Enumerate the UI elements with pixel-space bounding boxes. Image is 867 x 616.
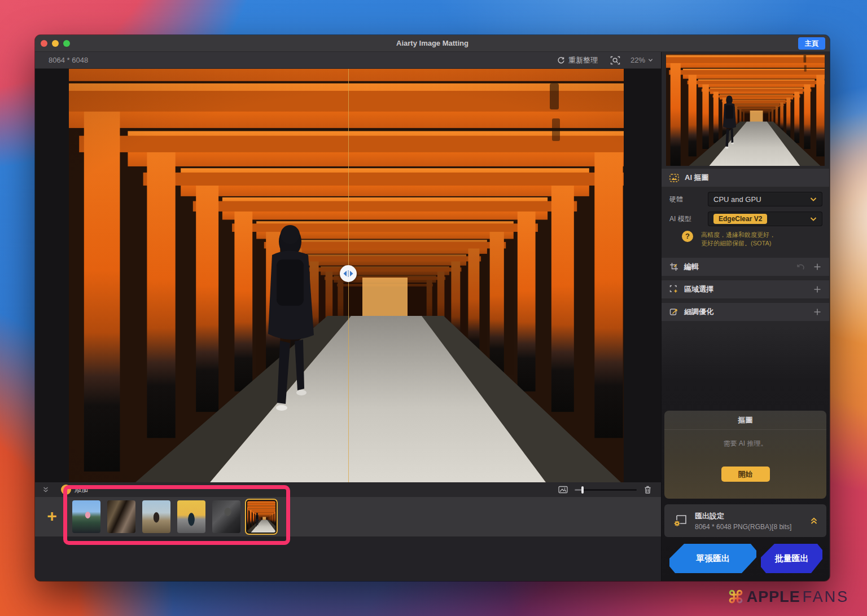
watermark-brand-light: FANS xyxy=(802,588,849,606)
editor-main: 8064 * 6048 重新整理 xyxy=(35,52,662,581)
region-select-icon xyxy=(669,285,678,294)
expand-plus-icon[interactable] xyxy=(813,263,821,271)
expand-plus-icon[interactable] xyxy=(813,285,821,293)
export-batch-button[interactable]: 批量匯出 xyxy=(761,544,822,573)
filmstrip-footer xyxy=(35,536,661,581)
zoom-tool-icon[interactable] xyxy=(610,56,620,65)
section-region-select[interactable]: 區域選擇 xyxy=(662,280,829,298)
filmstrip-header: + 添加 xyxy=(35,482,661,497)
section-ai-matting[interactable]: AI 摳圖 xyxy=(662,169,829,187)
refresh-label: 重新整理 xyxy=(568,55,598,65)
thumbnail-photo-lake[interactable] xyxy=(72,500,100,533)
app-window: Aiarty Image Matting 主頁 8064 * 6048 xyxy=(35,35,830,581)
export-settings-title: 匯出設定 xyxy=(695,511,791,521)
compare-divider-handle[interactable] xyxy=(340,265,357,282)
hardware-select[interactable]: CPU and GPU xyxy=(708,192,822,206)
trash-icon[interactable] xyxy=(643,485,652,494)
export-settings-icon xyxy=(672,513,688,528)
watermark-brand-bold: APPLE xyxy=(746,588,800,606)
model-help-line1: 高精度，邊緣和銳度更好， xyxy=(701,231,776,239)
export-buttons-row: 單張匯出 批量匯出 xyxy=(662,544,829,573)
start-button[interactable]: 開始 xyxy=(721,467,770,482)
chevron-down-icon xyxy=(810,217,817,222)
desktop: Aiarty Image Matting 主頁 8064 * 6048 xyxy=(0,0,867,616)
thumbnail-photo-torii-selected[interactable] xyxy=(245,499,278,535)
chevron-down-icon xyxy=(810,197,817,202)
canvas-area xyxy=(35,69,661,482)
matting-panel-title: 摳圖 xyxy=(664,411,826,430)
matting-status-panel: 摳圖 需要 AI 推理。 開始 xyxy=(664,411,826,499)
ai-matting-title: AI 摳圖 xyxy=(685,173,709,183)
section-edit[interactable]: 編輯 xyxy=(662,258,829,276)
applefans-watermark: ⌘ APPLE FANS xyxy=(727,588,849,606)
model-help-line2: 更好的細節保留。(SOTA) xyxy=(701,239,776,248)
model-value: EdgeClear V2 xyxy=(713,214,767,224)
command-icon: ⌘ xyxy=(727,589,744,606)
thumbnail-size-slider[interactable] xyxy=(575,489,637,491)
help-icon[interactable]: ? xyxy=(682,231,693,242)
export-single-button[interactable]: 單張匯出 xyxy=(669,544,756,573)
canvas-toolbar: 8064 * 6048 重新整理 xyxy=(35,52,661,69)
add-image-button[interactable]: + 添加 xyxy=(61,485,88,495)
refine-title: 細調優化 xyxy=(684,307,713,317)
right-panel: AI 摳圖 硬體 CPU and GPU AI 模型 EdgeClear V2 xyxy=(662,52,829,581)
hardware-label: 硬體 xyxy=(669,195,708,204)
thumbnail-photo-portrait[interactable] xyxy=(212,500,240,533)
slider-knob[interactable] xyxy=(581,486,584,494)
add-circle-icon: + xyxy=(61,485,71,495)
edit-title: 編輯 xyxy=(684,262,699,272)
ai-matting-icon xyxy=(669,174,679,182)
expand-plus-icon[interactable] xyxy=(813,308,821,316)
add-label: 添加 xyxy=(75,485,88,495)
thumbnail-photo-sunset[interactable] xyxy=(177,500,205,533)
chevron-down-icon xyxy=(648,58,653,63)
titlebar: Aiarty Image Matting 主頁 xyxy=(35,35,830,52)
thumbnail-photo-child[interactable] xyxy=(142,500,170,533)
export-settings-row[interactable]: 匯出設定 8064 * 6048 PNG(RGBA)[8 bits] xyxy=(664,504,826,537)
model-select[interactable]: EdgeClear V2 xyxy=(708,212,822,226)
thumbnail-size-icon xyxy=(558,486,568,494)
zoom-level: 22% xyxy=(630,56,645,64)
undo-icon[interactable] xyxy=(796,263,805,271)
refine-icon xyxy=(669,307,678,316)
preview-thumbnail xyxy=(666,54,825,166)
home-button[interactable]: 主頁 xyxy=(798,37,825,50)
thumbnail-photo-dog[interactable] xyxy=(107,500,135,533)
refresh-button[interactable]: 重新整理 xyxy=(557,55,598,65)
model-help-text: 高精度，邊緣和銳度更好， 更好的細節保留。(SOTA) xyxy=(701,231,776,250)
matting-status-text: 需要 AI 推理。 xyxy=(723,439,767,448)
refresh-icon xyxy=(557,56,566,65)
section-refine[interactable]: 細調優化 xyxy=(662,303,829,321)
zoom-level-dropdown[interactable]: 22% xyxy=(625,56,653,64)
add-photo-plus-button[interactable]: + xyxy=(43,507,61,525)
filmstrip: + xyxy=(35,497,661,536)
window-title: Aiarty Image Matting xyxy=(35,39,830,47)
model-label: AI 模型 xyxy=(669,214,708,224)
edit-crop-icon xyxy=(669,262,678,271)
region-select-title: 區域選擇 xyxy=(684,284,713,294)
collapse-chevrons-icon[interactable] xyxy=(809,517,818,525)
collapse-filmstrip-icon[interactable] xyxy=(42,486,50,494)
image-dimensions: 8064 * 6048 xyxy=(49,56,88,64)
hardware-value: CPU and GPU xyxy=(713,195,761,204)
export-settings-detail: 8064 * 6048 PNG(RGBA)[8 bits] xyxy=(695,523,791,531)
